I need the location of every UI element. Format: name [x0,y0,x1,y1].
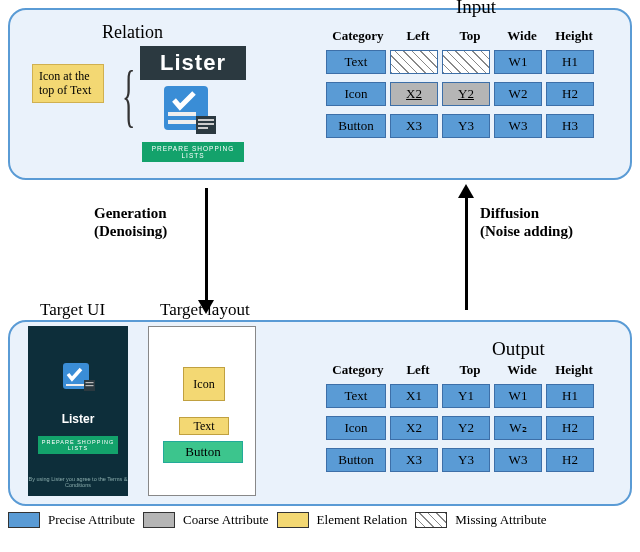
phone-button: PREPARE SHOPPING LISTS [38,436,118,454]
generation-label: Generation (Denoising) [94,204,167,240]
svg-rect-11 [86,385,94,386]
output-title: Output [492,338,545,360]
cell-height: H3 [546,114,594,138]
cell-left: X3 [390,114,438,138]
hdr-category: Category [324,28,392,44]
hdr-wide: Wide [496,28,548,44]
phone-footer: By using Lister you agree to the Terms &… [28,476,128,488]
svg-rect-4 [198,119,214,121]
diffusion-l1: Diffusion [480,204,573,222]
diffusion-label: Diffusion (Noise adding) [480,204,573,240]
input-panel: Relation Input Icon at the top of Text {… [8,8,632,180]
cell-top: Y3 [442,114,490,138]
svg-rect-6 [198,127,208,129]
cell-wide: W3 [494,114,542,138]
target-ui-title: Target UI [40,300,105,320]
svg-rect-5 [198,123,214,125]
output-table: Category Left Top Wide Height Text X1 Y1… [324,362,600,480]
cell-category: Text [326,384,386,408]
hdr-category: Category [324,362,392,378]
layout-text-box: Text [179,417,229,435]
checklist-icon [62,362,96,392]
legend-missing: Missing Attribute [455,512,546,528]
svg-rect-10 [86,382,94,383]
layout-button-box: Button [163,441,243,463]
cell-height: H1 [546,50,594,74]
table-row: Text W1 H1 [324,50,600,74]
table-row: Icon X2 Y2 W₂ H2 [324,416,600,440]
hdr-wide: Wide [496,362,548,378]
cell-category: Icon [326,82,386,106]
svg-rect-8 [66,384,84,386]
hdr-top: Top [444,362,496,378]
layout-icon-box: Icon [183,367,225,401]
table-row: Icon X2 Y2 W2 H2 [324,82,600,106]
hdr-height: Height [548,28,600,44]
hdr-height: Height [548,362,600,378]
svg-rect-2 [168,112,196,116]
cell-category: Text [326,50,386,74]
diffusion-l2: (Noise adding) [480,222,573,240]
table-row: Text X1 Y1 W1 H1 [324,384,600,408]
cell-wide: W₂ [494,416,542,440]
input-table: Category Left Top Wide Height Text W1 H1… [324,28,600,146]
legend-coarse: Coarse Attribute [183,512,269,528]
swatch-missing [415,512,447,528]
cell-top: Y1 [442,384,490,408]
cell-category: Icon [326,416,386,440]
cell-category: Button [326,114,386,138]
relation-title: Relation [102,22,163,43]
generation-l2: (Denoising) [94,222,167,240]
input-table-header: Category Left Top Wide Height [324,28,600,44]
cell-top: Y2 [442,416,490,440]
cell-top: Y3 [442,448,490,472]
cell-left [390,50,438,74]
lister-icon [160,82,220,136]
cell-top [442,50,490,74]
lister-text: Lister [140,46,246,80]
cell-left: X3 [390,448,438,472]
phone-title: Lister [28,412,128,426]
legend-precise: Precise Attribute [48,512,135,528]
cell-wide: W1 [494,384,542,408]
target-ui-phone: Lister PREPARE SHOPPING LISTS By using L… [28,326,128,496]
hdr-left: Left [392,362,444,378]
target-layout-box: Icon Text Button [148,326,256,496]
lister-button: PREPARE SHOPPING LISTS [142,142,244,162]
generation-l1: Generation [94,204,167,222]
legend-relation: Element Relation [317,512,408,528]
input-title: Input [456,0,496,18]
hdr-left: Left [392,28,444,44]
table-row: Button X3 Y3 W3 H3 [324,114,600,138]
cell-height: H2 [546,82,594,106]
cell-wide: W2 [494,82,542,106]
cell-height: H2 [546,416,594,440]
table-row: Button X3 Y3 W3 H2 [324,448,600,472]
swatch-precise [8,512,40,528]
legend: Precise Attribute Coarse Attribute Eleme… [8,512,547,528]
target-layout-title: Target layout [160,300,250,320]
cell-left: X2 [390,416,438,440]
hdr-top: Top [444,28,496,44]
cell-height: H1 [546,384,594,408]
checklist-icon [160,82,220,136]
swatch-relation [277,512,309,528]
cell-category: Button [326,448,386,472]
cell-wide: W1 [494,50,542,74]
phone-icon [62,362,96,392]
cell-left: X1 [390,384,438,408]
cell-height: H2 [546,448,594,472]
cell-wide: W3 [494,448,542,472]
cell-left: X2 [390,82,438,106]
swatch-coarse [143,512,175,528]
cell-top: Y2 [442,82,490,106]
brace-icon: { [122,56,135,136]
relation-note: Icon at the top of Text [32,64,104,103]
output-table-header: Category Left Top Wide Height [324,362,600,378]
